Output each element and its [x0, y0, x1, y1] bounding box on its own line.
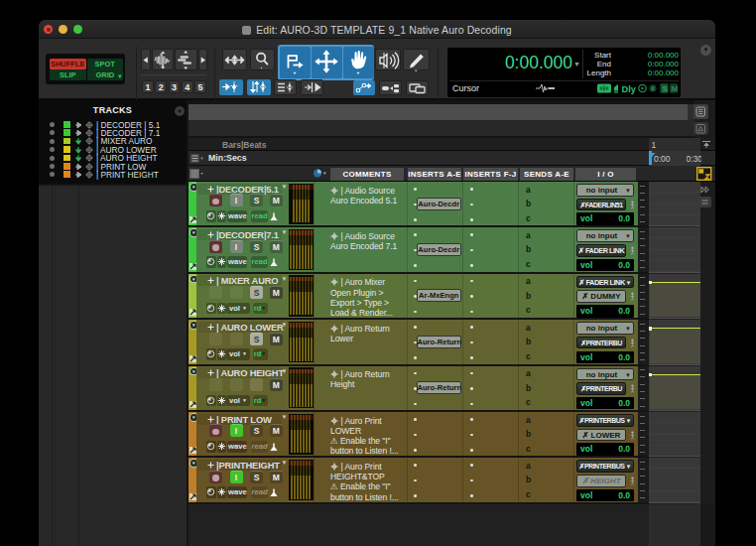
svg-text:Dly: Dly [622, 84, 637, 94]
svg-text:S: S [662, 84, 668, 93]
svg-text:M: M [672, 84, 679, 93]
